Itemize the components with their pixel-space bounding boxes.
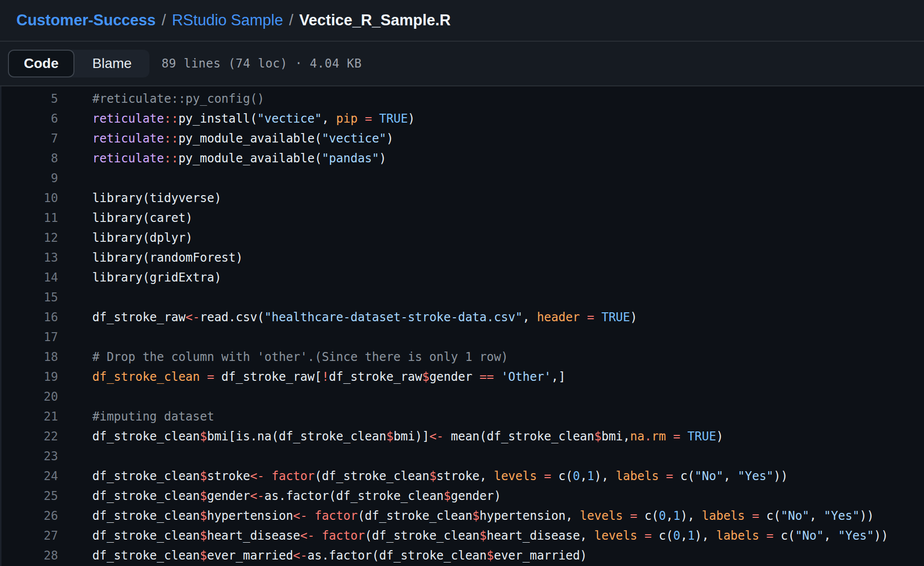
token-plain: ), bbox=[695, 529, 716, 543]
token-plain bbox=[659, 469, 666, 483]
line-number[interactable]: 16 bbox=[0, 307, 58, 327]
code-line: 13library(randomForest) bbox=[0, 248, 924, 268]
file-toolbar: Code Blame 89 lines (74 loc) · 4.04 KB bbox=[0, 42, 924, 86]
token-plain bbox=[308, 509, 315, 523]
token-operator: = bbox=[207, 370, 214, 384]
token-operator: <- bbox=[250, 489, 264, 503]
line-number[interactable]: 12 bbox=[0, 228, 58, 248]
code-line: 27df_stroke_clean$heart_disease<- factor… bbox=[0, 526, 924, 546]
code-lines-container: 5#reticulate::py_config()6reticulate::py… bbox=[0, 89, 924, 566]
line-number[interactable]: 18 bbox=[0, 347, 58, 367]
line-number[interactable]: 15 bbox=[0, 287, 58, 307]
token-operator: ! bbox=[322, 370, 329, 384]
token-plain: hypertension, bbox=[479, 509, 580, 523]
code-line: 8reticulate::py_module_available("pandas… bbox=[0, 148, 924, 168]
token-plain bbox=[594, 310, 601, 324]
token-plain: , bbox=[523, 310, 537, 324]
line-number[interactable]: 8 bbox=[0, 148, 58, 168]
line-number[interactable]: 22 bbox=[0, 426, 58, 446]
token-plain: , bbox=[824, 529, 838, 543]
token-namespace: reticulate bbox=[92, 132, 164, 145]
code-text: df_stroke_raw<-read.csv("healthcare-data… bbox=[58, 307, 637, 327]
token-constant: 0 bbox=[673, 529, 680, 543]
token-param: header bbox=[537, 310, 580, 324]
code-line: 6reticulate::py_install("vectice", pip =… bbox=[0, 109, 924, 129]
token-param: labels bbox=[716, 529, 759, 543]
token-plain: bmi)] bbox=[394, 429, 429, 443]
code-line: 16df_stroke_raw<-read.csv("healthcare-da… bbox=[0, 307, 924, 327]
line-number[interactable]: 21 bbox=[0, 407, 58, 426]
line-number[interactable]: 25 bbox=[0, 486, 58, 506]
token-param: levels bbox=[494, 469, 537, 483]
token-operator: :: bbox=[164, 112, 179, 126]
token-plain: df_stroke_clean bbox=[92, 469, 200, 483]
token-operator: <- bbox=[293, 509, 308, 523]
line-number[interactable]: 7 bbox=[0, 129, 58, 148]
token-operator: $ bbox=[444, 489, 451, 503]
line-number[interactable]: 17 bbox=[0, 327, 58, 347]
tab-code[interactable]: Code bbox=[8, 50, 74, 77]
line-number[interactable]: 24 bbox=[0, 466, 58, 486]
token-operator: $ bbox=[200, 489, 207, 503]
line-number[interactable]: 20 bbox=[0, 387, 58, 407]
token-plain: df_stroke_clean bbox=[92, 489, 200, 503]
token-plain bbox=[745, 509, 752, 523]
line-number[interactable]: 11 bbox=[0, 208, 58, 228]
line-number[interactable]: 27 bbox=[0, 526, 58, 546]
code-text: reticulate::py_module_available("pandas"… bbox=[58, 148, 386, 168]
breadcrumb-repo-link[interactable]: Customer-Success bbox=[16, 11, 156, 29]
line-number[interactable]: 28 bbox=[0, 546, 58, 566]
tab-blame[interactable]: Blame bbox=[74, 50, 149, 77]
line-number[interactable]: 9 bbox=[0, 168, 58, 188]
token-param: labels bbox=[616, 469, 659, 483]
token-param: na bbox=[630, 429, 645, 443]
token-plain bbox=[315, 529, 322, 543]
token-operator: . bbox=[645, 429, 652, 443]
line-number[interactable]: 10 bbox=[0, 188, 58, 208]
token-constant: TRUE bbox=[601, 310, 630, 324]
token-plain bbox=[264, 469, 271, 483]
token-string: "No" bbox=[795, 529, 824, 543]
token-plain: , bbox=[666, 509, 673, 523]
token-plain: ,] bbox=[551, 370, 566, 384]
breadcrumb-folder-link[interactable]: RStudio Sample bbox=[172, 11, 283, 29]
token-operator: = bbox=[587, 310, 594, 324]
token-string: "vectice" bbox=[322, 132, 386, 145]
token-operator: <- bbox=[186, 310, 200, 324]
code-blame-switch: Code Blame bbox=[8, 50, 149, 77]
token-plain: c( bbox=[673, 469, 695, 483]
token-constant: 1 bbox=[587, 469, 594, 483]
token-plain: df_stroke_raw bbox=[329, 370, 422, 384]
token-plain: library(dplyr) bbox=[92, 231, 193, 245]
code-text bbox=[58, 387, 92, 407]
code-line: 21#imputing dataset bbox=[0, 407, 924, 426]
line-number[interactable]: 5 bbox=[0, 89, 58, 109]
token-plain: library(gridExtra) bbox=[92, 271, 221, 284]
token-plain: c( bbox=[774, 529, 795, 543]
token-operator: = bbox=[630, 509, 637, 523]
code-text bbox=[58, 287, 92, 307]
token-operator: = bbox=[544, 469, 551, 483]
line-number[interactable]: 26 bbox=[0, 506, 58, 526]
token-comment: #reticulate::py_config() bbox=[92, 92, 264, 106]
token-plain: , bbox=[680, 529, 687, 543]
line-number[interactable]: 14 bbox=[0, 268, 58, 287]
token-string: "Yes" bbox=[824, 509, 859, 523]
token-plain: df_stroke_raw[ bbox=[214, 370, 322, 384]
line-number[interactable]: 23 bbox=[0, 446, 58, 466]
code-line: 25df_stroke_clean$gender<-as.factor(df_s… bbox=[0, 486, 924, 506]
line-number[interactable]: 6 bbox=[0, 109, 58, 129]
line-number[interactable]: 13 bbox=[0, 248, 58, 268]
token-constant: 1 bbox=[673, 509, 680, 523]
token-plain: heart_disease, bbox=[487, 529, 594, 543]
token-comment: # Drop the column with 'other'.(Since th… bbox=[92, 350, 508, 364]
code-line: 20 bbox=[0, 387, 924, 407]
token-string: "vectice" bbox=[257, 112, 322, 126]
token-plain bbox=[759, 529, 766, 543]
code-line: 7reticulate::py_module_available("vectic… bbox=[0, 129, 924, 148]
code-text: reticulate::py_module_available("vectice… bbox=[58, 129, 394, 148]
line-number[interactable]: 19 bbox=[0, 367, 58, 387]
token-plain bbox=[623, 509, 630, 523]
code-text: df_stroke_clean = df_stroke_raw[!df_stro… bbox=[58, 367, 566, 387]
token-namespace: reticulate bbox=[92, 112, 164, 126]
